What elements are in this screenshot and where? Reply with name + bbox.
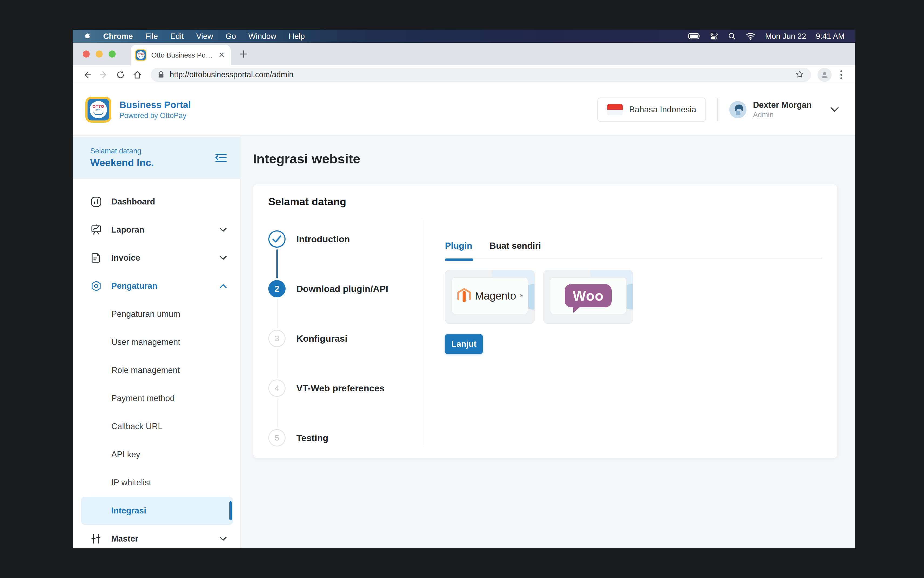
step-introduction[interactable]: Introduction bbox=[268, 231, 420, 248]
zoom-window-button[interactable] bbox=[109, 50, 115, 57]
sidebar-item-master[interactable]: Master bbox=[73, 525, 240, 548]
continue-button[interactable]: Lanjut bbox=[445, 334, 483, 354]
language-selector-button[interactable]: Bahasa Indonesia bbox=[598, 97, 706, 122]
battery-icon[interactable] bbox=[689, 33, 700, 39]
sidebar-subitem-ip-whitelist[interactable]: IP whitelist bbox=[73, 469, 240, 497]
step-label: Download plugin/API bbox=[296, 280, 388, 297]
wifi-icon[interactable] bbox=[746, 32, 755, 40]
app-body: Selamat datang Weekend Inc. Dashboard bbox=[73, 136, 855, 548]
woocommerce-logo: Woo bbox=[550, 277, 627, 314]
reload-icon[interactable] bbox=[114, 68, 128, 82]
user-role: Admin bbox=[753, 111, 812, 119]
tab-title: Otto Business Portal bbox=[151, 51, 214, 59]
sidebar-welcome-panel: Selamat datang Weekend Inc. bbox=[73, 137, 240, 179]
url-text[interactable]: http://ottobusinessportal.com/admin bbox=[170, 70, 790, 79]
close-window-button[interactable] bbox=[83, 50, 90, 57]
menubar-time[interactable]: 9:41 AM bbox=[816, 32, 844, 41]
minimize-window-button[interactable] bbox=[96, 50, 103, 57]
step-label: Konfigurasi bbox=[296, 330, 348, 347]
active-indicator-bar bbox=[229, 501, 232, 520]
sidebar-subitem-api-key[interactable]: API key bbox=[73, 440, 240, 469]
step-download-plugin-api[interactable]: 2 Download plugin/API bbox=[268, 280, 420, 297]
chevron-down-icon bbox=[219, 227, 227, 232]
sidebar-subitem-user-management[interactable]: User management bbox=[73, 328, 240, 356]
ottopay-logo: OTTO PAY bbox=[85, 97, 111, 123]
menu-help[interactable]: Help bbox=[289, 32, 305, 41]
spotlight-search-icon[interactable] bbox=[728, 32, 736, 40]
sidebar-item-label: Invoice bbox=[111, 253, 140, 263]
apple-icon[interactable] bbox=[84, 32, 91, 40]
sidebar-item-laporan[interactable]: Laporan bbox=[73, 216, 240, 244]
window-controls bbox=[83, 50, 115, 57]
menu-chrome[interactable]: Chrome bbox=[103, 32, 133, 41]
step-vt-web-preferences[interactable]: 4 VT-Web preferences bbox=[268, 380, 420, 397]
user-name: Dexter Morgan bbox=[753, 100, 812, 110]
step-connector bbox=[277, 349, 278, 378]
step-connector bbox=[277, 299, 278, 328]
sidebar-item-invoice[interactable]: Invoice bbox=[73, 244, 240, 272]
ottopay-favicon: OTTO bbox=[135, 49, 146, 61]
sidebar-subitem-label: Integrasi bbox=[111, 506, 146, 516]
forward-icon[interactable] bbox=[97, 68, 111, 82]
step-number: 2 bbox=[268, 280, 286, 297]
sidebar-subitem-callback-url[interactable]: Callback URL bbox=[73, 412, 240, 440]
step-connector bbox=[276, 249, 278, 278]
menu-window[interactable]: Window bbox=[248, 32, 276, 41]
sidebar-item-pengaturan[interactable]: Pengaturan bbox=[73, 272, 240, 300]
sidebar-nav: Dashboard Laporan bbox=[73, 179, 240, 548]
menu-go[interactable]: Go bbox=[226, 32, 236, 41]
plugin-card-woocommerce[interactable]: Woo bbox=[543, 270, 633, 324]
collapse-sidebar-icon[interactable] bbox=[215, 152, 227, 163]
chevron-down-icon[interactable] bbox=[830, 107, 839, 113]
sidebar-subitem-integrasi[interactable]: Integrasi bbox=[81, 497, 233, 525]
mac-screen: Chrome File Edit View Go Window Help bbox=[73, 30, 855, 548]
home-icon[interactable] bbox=[130, 68, 144, 82]
browser-tab[interactable]: OTTO Otto Business Portal ✕ bbox=[131, 45, 231, 65]
settings-icon bbox=[90, 280, 102, 292]
smile-icon bbox=[93, 111, 104, 115]
step-number: 3 bbox=[268, 330, 286, 347]
invoice-icon bbox=[90, 252, 102, 264]
menu-edit[interactable]: Edit bbox=[170, 32, 184, 41]
tab-plugin[interactable]: Plugin bbox=[445, 241, 472, 251]
browser-menu-icon[interactable] bbox=[834, 68, 848, 82]
header-divider bbox=[717, 98, 718, 121]
tab-buat-sendiri[interactable]: Buat sendiri bbox=[490, 241, 541, 251]
step-number: 4 bbox=[268, 380, 286, 397]
user-menu[interactable]: Dexter Morgan Admin bbox=[729, 100, 839, 119]
menu-bar: Chrome File Edit View Go Window Help bbox=[73, 30, 855, 43]
plugin-panel: Plugin Buat sendiri Magento® bbox=[422, 219, 822, 446]
plugin-card-magento[interactable]: Magento® bbox=[445, 270, 535, 324]
brand-title: Business Portal bbox=[119, 99, 191, 110]
step-number: 5 bbox=[268, 429, 286, 446]
chevron-up-icon bbox=[219, 284, 227, 289]
new-tab-button[interactable] bbox=[239, 49, 248, 59]
page-title: Integrasi website bbox=[253, 151, 838, 166]
user-avatar bbox=[729, 101, 747, 118]
step-konfigurasi[interactable]: 3 Konfigurasi bbox=[268, 330, 420, 347]
menu-file[interactable]: File bbox=[145, 32, 158, 41]
lock-icon[interactable] bbox=[158, 70, 164, 79]
sidebar-item-dashboard[interactable]: Dashboard bbox=[73, 188, 240, 216]
sidebar-item-label: Pengaturan bbox=[111, 281, 158, 291]
menu-view[interactable]: View bbox=[196, 32, 213, 41]
browser-profile-icon[interactable] bbox=[818, 68, 831, 82]
address-bar[interactable]: http://ottobusinessportal.com/admin bbox=[151, 68, 811, 82]
sidebar-subitem-role-management[interactable]: Role management bbox=[73, 356, 240, 384]
back-icon[interactable] bbox=[80, 68, 94, 82]
brand: OTTO PAY Business Portal Powered by Otto… bbox=[85, 97, 191, 123]
control-center-icon[interactable] bbox=[710, 32, 718, 40]
indonesia-flag-icon bbox=[607, 104, 623, 115]
bookmark-star-icon[interactable] bbox=[796, 70, 804, 80]
app-header: OTTO PAY Business Portal Powered by Otto… bbox=[73, 84, 855, 136]
sidebar-subitem-payment-method[interactable]: Payment method bbox=[73, 384, 240, 412]
close-tab-icon[interactable]: ✕ bbox=[219, 51, 225, 59]
dashboard-icon bbox=[90, 196, 102, 208]
menubar-date[interactable]: Mon Jun 22 bbox=[765, 32, 806, 41]
plugin-tabs: Plugin Buat sendiri bbox=[445, 241, 822, 259]
language-label: Bahasa Indonesia bbox=[629, 105, 696, 115]
desktop-background: Chrome File Edit View Go Window Help bbox=[0, 0, 924, 578]
sidebar-subitem-pengaturan-umum[interactable]: Pengaturan umum bbox=[73, 300, 240, 328]
browser-toolbar: http://ottobusinessportal.com/admin bbox=[73, 65, 855, 84]
step-testing[interactable]: 5 Testing bbox=[268, 429, 420, 446]
